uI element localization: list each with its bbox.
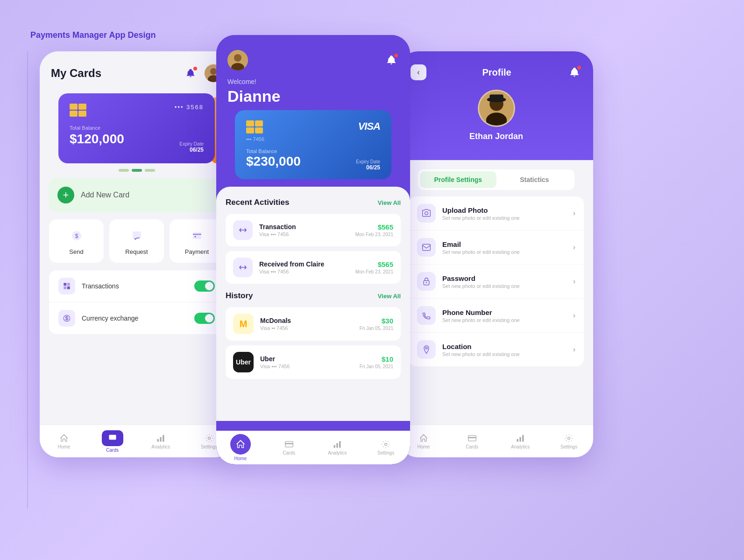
svg-point-36 (426, 282, 427, 283)
claire-name: Received from Claire (259, 260, 349, 268)
send-button[interactable]: $ Send (49, 219, 104, 263)
p3-nav-cards[interactable]: Cards (448, 430, 496, 453)
actions-row: $ Send Request Payment (49, 219, 224, 263)
recent-view-all[interactable]: View All (378, 199, 401, 206)
setting-email[interactable]: Email Set new photo or edit existing one… (409, 231, 584, 265)
activity-transaction[interactable]: Transaction Visa ••• 7456 $565 Mon Feb 2… (226, 214, 401, 246)
p3-nav-settings[interactable]: Settings (545, 430, 593, 453)
tab-profile-settings[interactable]: Profile Settings (420, 171, 496, 188)
phone-icon (417, 306, 436, 325)
p2-nav-analytics[interactable]: Analytics (313, 436, 362, 459)
transactions-icon (58, 278, 75, 294)
svg-rect-39 (468, 437, 476, 438)
expiry-2: Expiry Date 06/25 (356, 159, 380, 171)
uber-logo: Uber (233, 352, 254, 372)
password-info: Password Set new photo or edit existing … (442, 274, 573, 289)
payment-icon (188, 227, 206, 245)
transactions-item[interactable]: Transactions (49, 270, 224, 302)
nav-cards[interactable]: Cards (88, 427, 137, 456)
uber-date: Fri Jan 05, 2021 (360, 364, 393, 369)
setting-password[interactable]: Password Set new photo or edit existing … (409, 265, 584, 299)
lock-icon (417, 272, 436, 291)
left-divider (27, 51, 28, 509)
mcdonalds-sub: Visa •• 7456 (260, 325, 353, 331)
add-card-button[interactable]: + Add New Card (49, 178, 224, 212)
history-view-all[interactable]: View All (378, 293, 401, 300)
svg-point-43 (568, 437, 570, 439)
user-avatar-2[interactable] (227, 50, 248, 70)
phone2-content: Recent Activities View All Transaction V… (216, 187, 410, 421)
dot-1 (119, 169, 129, 172)
chevron-icon-1: › (573, 209, 575, 217)
p3-nav-analytics[interactable]: Analytics (496, 430, 545, 453)
bottom-nav-3: Home Cards Analytics Settings (399, 425, 593, 457)
email-icon (417, 238, 436, 257)
email-info: Email Set new photo or edit existing one (442, 240, 573, 255)
activity-claire[interactable]: Received from Claire Visa ••• 7456 $565 … (226, 251, 401, 284)
request-button[interactable]: Request (109, 219, 164, 263)
svg-point-7 (194, 236, 196, 238)
history-uber[interactable]: Uber Uber Visa ••• 7456 $10 Fri Jan 05, … (226, 345, 401, 379)
location-sub: Set new photo or edit existing one (442, 351, 573, 357)
transaction-date: Mon Feb 23, 2021 (355, 232, 393, 237)
balance-label-2: Total Balance (246, 148, 380, 154)
notification-dot-3 (577, 66, 581, 70)
card-container: ••• 3568 Total Balance $120,000 Expiry D… (49, 93, 224, 163)
profile-name: Ethan Jordan (469, 132, 523, 141)
p3-nav-cards-label: Cards (466, 444, 478, 449)
nav-analytics[interactable]: Analytics (137, 430, 185, 453)
phone-name: Phone Number (442, 308, 573, 316)
p2-nav-cards[interactable]: Cards (265, 436, 313, 459)
tabs-container: Profile Settings Statictics (399, 169, 593, 190)
history-mcdonalds[interactable]: M McDonals Visa •• 7456 $30 Fri Jan 05, … (226, 307, 401, 341)
phone-sub: Set new photo or edit existing one (442, 317, 573, 323)
tab-statistics[interactable]: Statictics (496, 171, 573, 188)
phone-home: Welcome! Dianne VISA ••• 7456 Total Bala… (216, 35, 410, 464)
nav-cards-label: Cards (106, 448, 119, 453)
nav-analytics-label: Analytics (151, 444, 170, 449)
currency-toggle[interactable] (194, 313, 215, 324)
setting-upload-photo[interactable]: Upload Photo Set new photo or edit exist… (409, 196, 584, 231)
dot-3 (145, 169, 155, 172)
notification-dot (193, 67, 197, 70)
card-last4: ••• 3568 (175, 104, 204, 111)
mcdonalds-date: Fri Jan 05, 2021 (360, 326, 393, 331)
svg-rect-6 (193, 232, 201, 239)
p2-nav-settings-label: Settings (377, 450, 394, 455)
nav-home[interactable]: Home (40, 430, 88, 453)
transactions-toggle[interactable] (194, 280, 215, 292)
p3-nav-analytics-label: Analytics (511, 444, 530, 449)
svg-rect-34 (423, 244, 431, 250)
uber-info: Uber Visa ••• 7456 (260, 355, 353, 369)
send-icon: $ (68, 227, 85, 245)
chevron-icon-4: › (573, 311, 575, 320)
transaction-icon (233, 220, 253, 240)
feature-left-2: Currency exchange (58, 310, 138, 327)
phone3-top-row: ‹ Profile (411, 64, 582, 80)
notification-bell-3[interactable] (567, 65, 582, 80)
expiry-label: Expiry Date (179, 141, 204, 147)
p2-nav-home[interactable]: Home (216, 430, 265, 464)
currency-item[interactable]: Currency exchange (49, 302, 224, 334)
svg-rect-5 (133, 231, 141, 238)
nav-cards-active (102, 430, 123, 446)
svg-rect-8 (64, 283, 66, 286)
notification-bell[interactable] (183, 66, 198, 81)
plus-icon: + (57, 187, 74, 203)
svg-point-18 (208, 437, 211, 439)
upload-photo-sub: Set new photo or edit existing one (442, 215, 573, 221)
password-sub: Set new photo or edit existing one (442, 283, 573, 289)
setting-phone[interactable]: Phone Number Set new photo or edit exist… (409, 299, 584, 333)
p2-nav-settings[interactable]: Settings (361, 436, 410, 459)
svg-text:$: $ (75, 233, 78, 239)
claire-sub: Visa ••• 7456 (259, 269, 349, 274)
dot-2 (132, 169, 142, 172)
notification-bell-2[interactable] (384, 53, 399, 68)
setting-location[interactable]: Location Set new photo or edit existing … (409, 333, 584, 366)
page-title: Payments Manager App Design (30, 30, 156, 40)
back-button[interactable]: ‹ (411, 64, 426, 80)
claire-info: Received from Claire Visa ••• 7456 (259, 260, 349, 274)
phone2-top-row (227, 50, 399, 70)
camera-icon (417, 204, 436, 223)
chevron-icon-3: › (573, 277, 575, 286)
